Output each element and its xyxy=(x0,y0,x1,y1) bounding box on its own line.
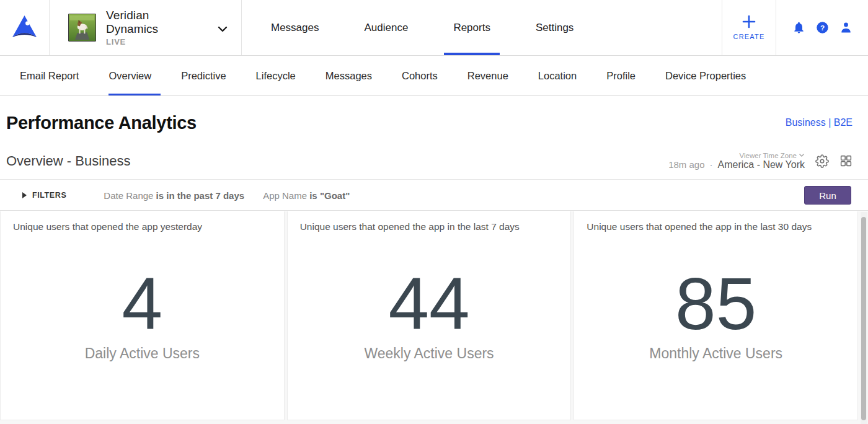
metric-card-mau: Unique users that opened the app in the … xyxy=(574,211,858,420)
tab-messages[interactable]: Messages xyxy=(271,0,319,55)
metric-label: Weekly Active Users xyxy=(288,345,571,362)
last-updated-text: 18m ago xyxy=(668,159,704,170)
report-tab-messages[interactable]: Messages xyxy=(326,56,372,95)
filters-label: FILTERS xyxy=(32,191,66,200)
metric-caption: Unique users that opened the app yesterd… xyxy=(1,211,284,232)
report-tab-profile[interactable]: Profile xyxy=(606,56,636,95)
analytics-dashboard: Veridian Dynamics LIVE Messages Audience… xyxy=(0,0,868,424)
dashboard-content: Unique users that opened the app yesterd… xyxy=(0,211,868,424)
svg-text:?: ? xyxy=(820,24,824,32)
brand-logo-button[interactable] xyxy=(0,0,50,55)
account-name-block: Veridian Dynamics LIVE xyxy=(106,9,158,47)
env-badge: LIVE xyxy=(106,37,158,46)
report-tab-overview[interactable]: Overview xyxy=(108,56,151,95)
report-tabs-bar: Email Report Overview Predictive Lifecyc… xyxy=(0,56,868,96)
caret-down-icon xyxy=(799,153,805,157)
report-tab-device-properties[interactable]: Device Properties xyxy=(665,56,746,95)
dashboard-grid-icon[interactable] xyxy=(839,154,852,167)
user-icon[interactable] xyxy=(839,21,852,34)
report-tab-cohorts[interactable]: Cohorts xyxy=(402,56,438,95)
timezone-selector-label: Viewer Time Zone xyxy=(740,152,797,159)
metric-value: 4 xyxy=(1,267,284,340)
create-button[interactable]: CREATE xyxy=(722,0,776,55)
filters-expand-toggle[interactable]: FILTERS xyxy=(22,191,66,200)
tab-audience[interactable]: Audience xyxy=(364,0,408,55)
gear-icon[interactable] xyxy=(815,154,829,168)
main-nav: Messages Audience Reports Settings xyxy=(242,0,722,55)
bell-icon[interactable] xyxy=(792,21,805,34)
chevron-down-icon xyxy=(218,24,228,35)
report-tab-email-report[interactable]: Email Report xyxy=(20,56,79,95)
section-controls: 18m ago · Viewer Time Zone America - New… xyxy=(668,152,852,170)
report-tab-predictive[interactable]: Predictive xyxy=(181,56,226,95)
workspace-breadcrumb-link[interactable]: Business | B2E xyxy=(786,117,852,128)
active-report-tab-underline xyxy=(108,94,161,95)
filter-conditions: Date Range is in the past 7 days App Nam… xyxy=(104,190,804,201)
account-name-line1: Veridian xyxy=(106,9,158,22)
active-tab-underline xyxy=(444,53,500,55)
page-header: Performance Analytics Business | B2E xyxy=(0,97,868,143)
timezone-selector[interactable]: Viewer Time Zone America - New York xyxy=(718,152,805,170)
metric-card-wau: Unique users that opened the app in the … xyxy=(287,211,572,420)
filters-bar: FILTERS Date Range is in the past 7 days… xyxy=(0,180,868,211)
metric-value: 85 xyxy=(574,267,857,340)
report-tab-location[interactable]: Location xyxy=(538,56,577,95)
plus-icon xyxy=(742,15,756,31)
top-nav-bar: Veridian Dynamics LIVE Messages Audience… xyxy=(0,0,868,56)
metric-cards-row: Unique users that opened the app yesterd… xyxy=(0,211,858,420)
brand-logo-icon xyxy=(10,12,39,43)
metric-value: 44 xyxy=(288,267,571,340)
account-name-line2: Dynamics xyxy=(106,22,158,36)
metric-card-dau: Unique users that opened the app yesterd… xyxy=(0,211,285,420)
run-button[interactable]: Run xyxy=(804,186,851,205)
timezone-value: America - New York xyxy=(718,159,805,170)
dashboard-title: Overview - Business xyxy=(6,153,131,169)
help-icon[interactable]: ? xyxy=(816,21,829,34)
report-tab-revenue[interactable]: Revenue xyxy=(467,56,508,95)
page-title: Performance Analytics xyxy=(6,113,197,133)
tab-reports[interactable]: Reports xyxy=(453,0,490,55)
dot-separator: · xyxy=(710,159,713,170)
metric-label: Daily Active Users xyxy=(1,345,284,362)
utility-icons: ? xyxy=(776,0,868,55)
workspace-switcher[interactable]: Veridian Dynamics LIVE xyxy=(50,0,242,55)
report-tab-lifecycle[interactable]: Lifecycle xyxy=(256,56,296,95)
app-icon-goat xyxy=(68,14,96,42)
timezone-cluster: 18m ago · Viewer Time Zone America - New… xyxy=(668,152,805,170)
metric-caption: Unique users that opened the app in the … xyxy=(574,211,857,232)
dashboard-section-header: Overview - Business 18m ago · Viewer Tim… xyxy=(0,143,868,180)
vertical-scrollbar-thumb[interactable] xyxy=(861,217,866,420)
create-button-label: CREATE xyxy=(733,33,764,40)
filter-condition-date-range[interactable]: Date Range is in the past 7 days xyxy=(104,190,244,201)
filters-expand-icon xyxy=(22,192,27,198)
tab-settings[interactable]: Settings xyxy=(536,0,574,55)
metric-caption: Unique users that opened the app in the … xyxy=(288,211,571,232)
filter-condition-app-name[interactable]: App Name is "Goat" xyxy=(263,190,350,201)
metric-label: Monthly Active Users xyxy=(574,345,857,362)
